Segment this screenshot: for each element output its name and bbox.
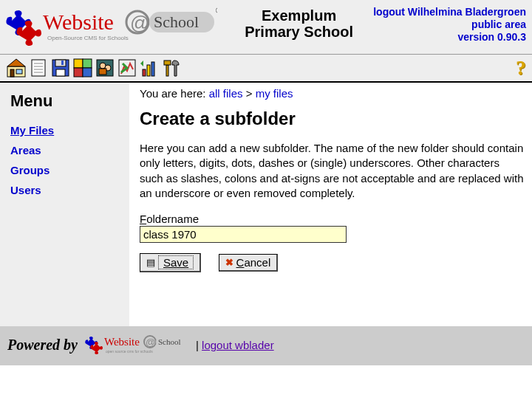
sidebar: Menu My Files Areas Groups Users: [0, 83, 129, 326]
accounts-icon[interactable]: [95, 58, 115, 78]
document-icon: ▤: [146, 257, 155, 268]
page-title: Create a subfolder: [140, 108, 525, 129]
svg-marker-32: [140, 61, 143, 66]
svg-text:Open-Source CMS for Schools: Open-Source CMS for Schools: [47, 35, 129, 41]
sidebar-item-users[interactable]: Users: [10, 184, 120, 196]
sidebar-item-groups[interactable]: Groups: [10, 164, 120, 176]
footer-logout-link[interactable]: logout wblader: [202, 339, 274, 351]
save-icon[interactable]: [50, 58, 71, 78]
footer: Powered by Website @ School open source …: [0, 326, 532, 365]
breadcrumb-all-files[interactable]: all files: [209, 87, 243, 100]
school-name-line1: Exemplum: [225, 7, 373, 24]
breadcrumb-sep: >: [243, 87, 256, 100]
sidebar-item-areas[interactable]: Areas: [10, 144, 120, 156]
svg-rect-31: [151, 62, 154, 76]
svg-text:School: School: [158, 337, 181, 346]
svg-rect-30: [147, 65, 150, 76]
svg-rect-17: [55, 60, 66, 66]
foldername-input[interactable]: [140, 226, 347, 243]
footer-sep: | logout wblader: [196, 339, 274, 351]
svg-rect-21: [83, 59, 92, 68]
powered-by-label: Powered by: [7, 337, 78, 354]
svg-text:@: @: [130, 12, 149, 34]
svg-rect-23: [83, 68, 92, 77]
cancel-button-label: Cancel: [236, 256, 271, 269]
svg-text:Website: Website: [104, 336, 140, 348]
sidebar-title: Menu: [10, 92, 120, 111]
logout-link[interactable]: logout Wilhelmina Bladergroen: [373, 6, 526, 18]
breadcrumb: You are here: all files > my files: [140, 87, 525, 100]
svg-marker-8: [7, 59, 25, 66]
svg-text:@: @: [146, 337, 155, 348]
svg-text:Website: Website: [43, 10, 114, 34]
help-icon[interactable]: ?: [516, 56, 526, 80]
svg-rect-29: [143, 69, 146, 76]
svg-rect-10: [16, 69, 22, 74]
cancel-button[interactable]: ✖ Cancel: [219, 254, 279, 272]
svg-text:School: School: [154, 13, 199, 31]
toolbar: ?: [0, 54, 532, 83]
svg-rect-22: [74, 68, 83, 77]
svg-rect-27: [99, 69, 106, 75]
page-description: Here you can add a new subfolder. The na…: [140, 141, 525, 201]
svg-rect-9: [10, 69, 14, 77]
close-icon: ✖: [225, 257, 233, 268]
svg-rect-11: [32, 60, 45, 76]
page-icon[interactable]: [28, 58, 49, 78]
footer-logo: Website @ School open source cms for sch…: [83, 332, 187, 358]
foldername-label: Foldername: [140, 213, 525, 225]
version-label: version 0.90.3: [457, 31, 526, 43]
tools-icon[interactable]: [161, 58, 182, 78]
stats-icon[interactable]: [139, 58, 160, 78]
config-icon[interactable]: [117, 58, 137, 78]
breadcrumb-prefix: You are here:: [140, 87, 209, 100]
status-links: logout Wilhelmina Bladergroen public are…: [373, 3, 526, 43]
school-name-line2: Primary School: [225, 24, 373, 40]
svg-text:®: ®: [216, 7, 217, 15]
svg-rect-34: [164, 61, 171, 65]
header: Website @ School ® Open-Source CMS for S…: [0, 0, 532, 54]
school-title: Exemplum Primary School: [225, 3, 373, 40]
svg-rect-33: [166, 65, 168, 76]
svg-rect-18: [56, 69, 65, 76]
save-button[interactable]: ▤ Save: [140, 253, 201, 272]
sidebar-item-myfiles[interactable]: My Files: [10, 124, 120, 137]
home-icon[interactable]: [6, 58, 27, 78]
public-area-link[interactable]: public area: [471, 18, 526, 30]
modules-icon[interactable]: [72, 58, 93, 78]
product-logo: Website @ School ® Open-Source CMS for S…: [3, 3, 225, 51]
svg-text:open source cms for schools: open source cms for schools: [106, 349, 153, 354]
breadcrumb-my-files[interactable]: my files: [256, 87, 293, 100]
svg-rect-19: [61, 61, 64, 65]
svg-rect-20: [74, 59, 83, 68]
main-content: You are here: all files > my files Creat…: [129, 83, 532, 326]
save-button-label: Save: [158, 255, 194, 269]
